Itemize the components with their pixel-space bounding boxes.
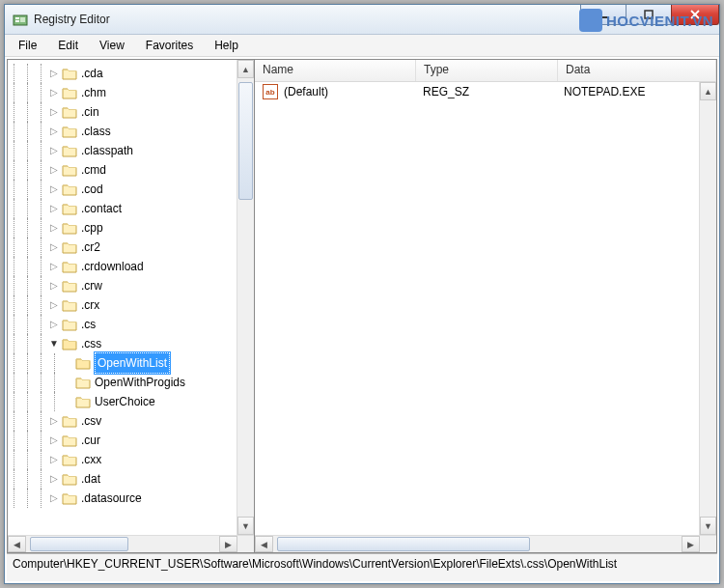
- scroll-track[interactable]: [26, 536, 219, 552]
- tree-item[interactable]: ▷ .chm: [8, 83, 237, 102]
- tree-item[interactable]: ▷ .cin: [8, 102, 237, 122]
- list-item[interactable]: ab(Default)REG_SZNOTEPAD.EXE: [255, 82, 699, 101]
- tree-vertical-scrollbar[interactable]: ▲ ▼: [237, 60, 254, 535]
- chevron-right-icon[interactable]: ▷: [48, 106, 60, 118]
- tree-item[interactable]: UserChoice: [8, 392, 237, 411]
- statusbar-path: Computer\HKEY_CURRENT_USER\Software\Micr…: [7, 553, 717, 581]
- tree-guide: [8, 489, 21, 508]
- tree-item[interactable]: ▷ .cxx: [8, 450, 237, 469]
- tree-item[interactable]: ▷ .cod: [8, 180, 237, 199]
- tree-guide: [21, 122, 35, 141]
- chevron-right-icon[interactable]: ▷: [48, 126, 60, 137]
- chevron-right-icon[interactable]: ▷: [48, 164, 60, 176]
- menu-favorites[interactable]: Favorites: [136, 37, 203, 54]
- tree-item-label: .datasource: [81, 489, 142, 508]
- tree-item[interactable]: ▷ .contact: [8, 199, 237, 218]
- scroll-down-arrow-icon[interactable]: ▼: [700, 517, 716, 535]
- scroll-up-arrow-icon[interactable]: ▲: [237, 60, 254, 78]
- scroll-right-arrow-icon[interactable]: ▶: [219, 536, 237, 552]
- tree-item[interactable]: ▷ .cur: [8, 431, 237, 450]
- tree-item[interactable]: ▷ .classpath: [8, 141, 237, 160]
- scroll-thumb[interactable]: [238, 82, 253, 200]
- close-button[interactable]: [671, 5, 719, 25]
- chevron-right-icon[interactable]: ▷: [48, 241, 60, 253]
- chevron-right-icon[interactable]: ▷: [48, 68, 60, 79]
- tree-item-label: .crdownload: [81, 257, 144, 276]
- tree-item[interactable]: ▷ .cpp: [8, 218, 237, 238]
- tree-item[interactable]: ▷ .dat: [8, 469, 237, 489]
- values-list[interactable]: ab(Default)REG_SZNOTEPAD.EXE: [255, 82, 699, 535]
- chevron-right-icon[interactable]: ▷: [48, 299, 60, 311]
- tree-item[interactable]: ▷ .cs: [8, 315, 237, 334]
- menu-edit[interactable]: Edit: [48, 37, 88, 54]
- tree-guide: [8, 450, 21, 469]
- chevron-right-icon[interactable]: ▷: [48, 203, 60, 214]
- tree-item[interactable]: OpenWithList: [8, 353, 237, 373]
- registry-tree[interactable]: ▷ .cda▷ .chm▷ .cin▷ .class▷ .classpath▷ …: [8, 60, 237, 516]
- scroll-track[interactable]: [700, 100, 716, 517]
- tree-horizontal-scrollbar[interactable]: ◀ ▶: [8, 535, 254, 552]
- chevron-right-icon[interactable]: ▷: [48, 183, 60, 195]
- chevron-right-icon[interactable]: ▷: [48, 145, 60, 156]
- minimize-button[interactable]: [580, 5, 627, 25]
- menu-view[interactable]: View: [90, 37, 134, 54]
- tree-guide: [35, 276, 48, 295]
- value-name-cell: ab(Default): [255, 84, 415, 99]
- tree-item[interactable]: ▷ .crdownload: [8, 257, 237, 276]
- tree-item[interactable]: ▷ .cmd: [8, 160, 237, 180]
- tree-item[interactable]: ▷ .cr2: [8, 238, 237, 257]
- chevron-right-icon[interactable]: ▷: [48, 87, 60, 98]
- chevron-right-icon[interactable]: ▷: [48, 222, 60, 234]
- scroll-thumb[interactable]: [277, 537, 530, 551]
- list-horizontal-scrollbar[interactable]: ◀ ▶: [255, 535, 716, 552]
- folder-icon: [62, 202, 77, 215]
- menu-file[interactable]: File: [9, 37, 46, 54]
- chevron-right-icon[interactable]: ▷: [48, 280, 60, 292]
- chevron-down-icon[interactable]: ▼: [48, 338, 60, 350]
- tree-guide: [8, 238, 21, 257]
- tree-item[interactable]: ▷ .crw: [8, 276, 237, 295]
- column-header-data[interactable]: Data: [558, 60, 716, 81]
- svg-rect-1: [15, 17, 19, 19]
- list-header[interactable]: Name Type Data: [255, 60, 716, 82]
- list-vertical-scrollbar[interactable]: ▲ ▼: [699, 82, 716, 535]
- folder-icon: [62, 414, 77, 428]
- column-header-type[interactable]: Type: [416, 60, 558, 81]
- chevron-right-icon[interactable]: ▷: [48, 434, 60, 446]
- chevron-right-icon[interactable]: ▷: [48, 415, 60, 427]
- chevron-right-icon[interactable]: ▷: [48, 261, 60, 272]
- chevron-right-icon[interactable]: ▷: [48, 473, 60, 485]
- titlebar[interactable]: Registry Editor: [5, 5, 719, 35]
- scroll-track[interactable]: [273, 536, 682, 552]
- scroll-down-arrow-icon[interactable]: ▼: [237, 517, 254, 535]
- tree-guide: [35, 238, 48, 257]
- tree-item[interactable]: ▷ .csv: [8, 411, 237, 431]
- tree-guide: [8, 295, 21, 315]
- scroll-thumb[interactable]: [30, 537, 128, 551]
- tree-guide: [8, 431, 21, 450]
- menu-help[interactable]: Help: [205, 37, 248, 54]
- tree-item[interactable]: ▷ .class: [8, 122, 237, 141]
- folder-icon: [62, 67, 77, 80]
- scroll-left-arrow-icon[interactable]: ◀: [255, 536, 273, 552]
- tree-guide: [21, 489, 35, 508]
- scroll-track[interactable]: [237, 78, 254, 517]
- tree-item[interactable]: ▷ .datasource: [8, 489, 237, 508]
- tree-item[interactable]: ▷ .cda: [8, 64, 237, 83]
- chevron-right-icon[interactable]: ▷: [48, 454, 60, 465]
- chevron-right-icon[interactable]: ▷: [48, 492, 60, 504]
- scroll-left-arrow-icon[interactable]: ◀: [8, 536, 26, 552]
- tree-item[interactable]: OpenWithProgids: [8, 373, 237, 392]
- maximize-button[interactable]: [626, 5, 672, 25]
- scroll-right-arrow-icon[interactable]: ▶: [682, 536, 700, 552]
- value-data: NOTEPAD.EXE: [556, 85, 699, 98]
- scroll-up-arrow-icon[interactable]: ▲: [700, 82, 716, 100]
- tree-item[interactable]: ▼ .css: [8, 334, 237, 353]
- chevron-right-icon[interactable]: ▷: [48, 319, 60, 330]
- column-header-name[interactable]: Name: [255, 60, 416, 81]
- tree-item-label: .cin: [81, 102, 99, 122]
- tree-item-label: .css: [81, 334, 101, 353]
- tree-item[interactable]: ▷ .crx: [8, 295, 237, 315]
- tree-guide: [35, 199, 48, 218]
- folder-icon: [62, 163, 77, 177]
